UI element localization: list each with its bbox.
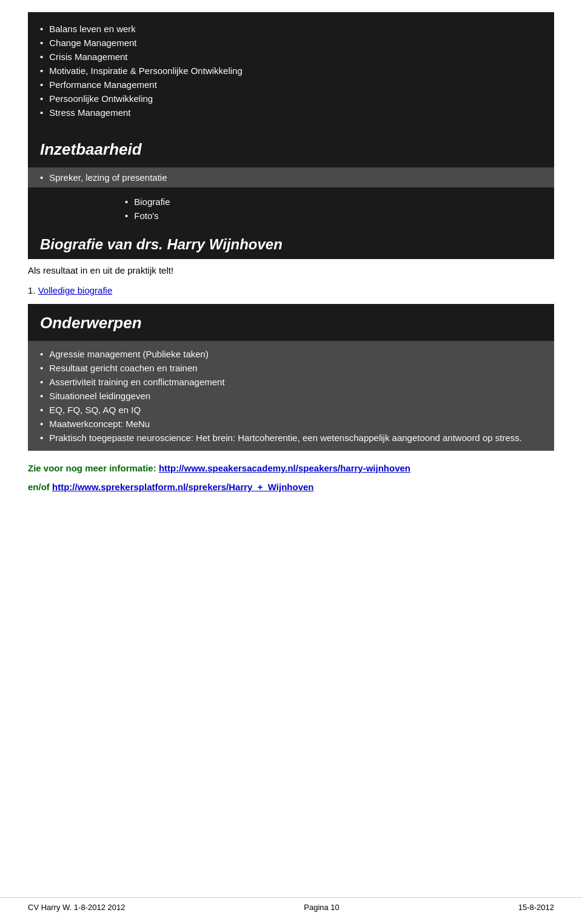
list-item: Stress Management xyxy=(40,106,542,120)
list-item: Assertiviteit training en conflictmanage… xyxy=(40,375,542,389)
list-item: Foto's xyxy=(125,209,542,223)
footer-left: CV Harry W. 1-8-2012 2012 xyxy=(28,903,125,912)
subtitle-text: Als resultaat in en uit de praktijk telt… xyxy=(28,265,554,275)
list-item: Maatwerkconcept: MeNu xyxy=(40,417,542,431)
biografie-header-title: Biografie van drs. Harry Wijnhoven xyxy=(40,236,542,253)
biografie-header-section: Biografie van drs. Harry Wijnhoven xyxy=(28,230,554,259)
list-item: Motivatie, Inspiratie & Persoonlijke Ont… xyxy=(40,64,542,78)
list-item: Crisis Management xyxy=(40,50,542,64)
speakersacademy-link[interactable]: http://www.speakersacademy.nl/speakers/h… xyxy=(159,463,410,473)
onderwerpen-list: Agressie management (Publieke taken) Res… xyxy=(40,347,542,445)
spreker-row: Spreker, lezing of presentatie xyxy=(28,167,554,187)
page-footer: CV Harry W. 1-8-2012 2012 Pagina 10 15-8… xyxy=(0,897,582,912)
meer-info-line2: en/of http://www.sprekersplatform.nl/spr… xyxy=(28,479,554,494)
volledige-biografie-link[interactable]: Volledige biografie xyxy=(38,285,113,295)
topics-black-section: Balans leven en werk Change Management C… xyxy=(28,12,554,129)
inzetbaarheid-title: Inzetbaarheid xyxy=(40,135,542,161)
footer-right: 15-8-2012 xyxy=(518,903,554,912)
onderwerpen-title: Onderwerpen xyxy=(40,310,542,335)
list-item: Agressie management (Publieke taken) xyxy=(40,347,542,361)
spreker-label: Spreker, lezing of presentatie xyxy=(49,172,167,183)
list-item: Situationeel leidinggeven xyxy=(40,389,542,403)
body-text-area: Als resultaat in en uit de praktijk telt… xyxy=(28,259,554,282)
onderwerpen-section: Onderwerpen xyxy=(28,304,554,341)
biografie-fotos-list: Biografie Foto's xyxy=(125,195,542,223)
list-item: Biografie xyxy=(125,195,542,209)
inzetbaarheid-section: Inzetbaarheid xyxy=(28,129,554,167)
list-item: Balans leven en werk xyxy=(40,22,542,36)
page-content: Balans leven en werk Change Management C… xyxy=(0,0,582,543)
numbered-item: 1. Volledige biografie xyxy=(28,282,554,297)
meer-info-text: Zie voor nog meer informatie: xyxy=(28,463,156,473)
number-label: 1. xyxy=(28,285,36,295)
connector-text: en/of xyxy=(28,482,50,492)
biografie-fotos-section: Biografie Foto's xyxy=(28,187,554,230)
footer-center: Pagina 10 xyxy=(304,903,340,912)
list-item: Persoonlijke Ontwikkeling xyxy=(40,92,542,106)
list-item: Change Management xyxy=(40,36,542,50)
topics-list: Balans leven en werk Change Management C… xyxy=(40,22,542,120)
list-item: Praktisch toegepaste neuroscience: Het b… xyxy=(40,431,542,445)
meer-info-section: Zie voor nog meer informatie: http://www… xyxy=(28,451,554,479)
list-item: Resultaat gericht coachen en trainen xyxy=(40,361,542,375)
onderwerpen-list-section: Agressie management (Publieke taken) Res… xyxy=(28,341,554,451)
sprekersplatform-link[interactable]: http://www.sprekersplatform.nl/sprekers/… xyxy=(52,482,314,492)
list-item: Performance Management xyxy=(40,78,542,92)
list-item: EQ, FQ, SQ, AQ en IQ xyxy=(40,403,542,417)
